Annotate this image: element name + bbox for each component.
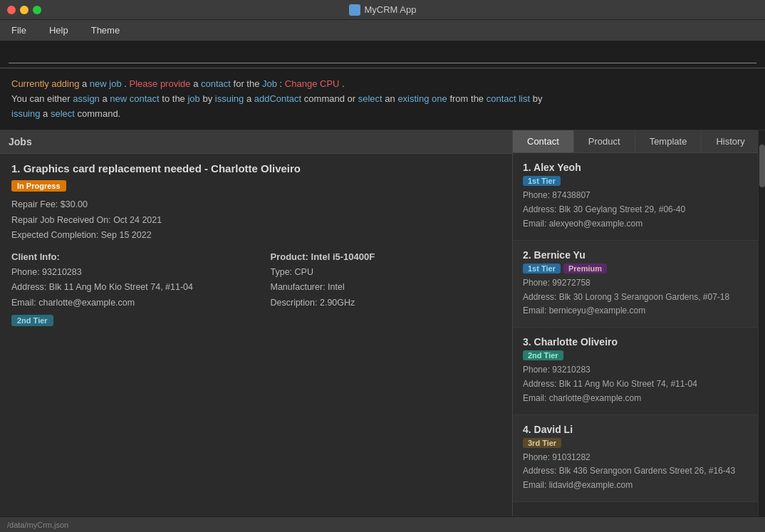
app-icon xyxy=(349,4,360,16)
contact-info-2: Phone: 99272758 Address: Blk 30 Lorong 3… xyxy=(523,276,748,318)
tab-template[interactable]: Template xyxy=(635,130,702,152)
contact-name-4: 4. David Li xyxy=(523,424,748,435)
client-tier-badge: 2nd Tier xyxy=(11,315,53,326)
minimize-button[interactable] xyxy=(20,6,28,14)
status-text: /data/myCrm.json xyxy=(7,521,68,529)
info-line2: You can either assign a new contact to t… xyxy=(11,92,754,107)
window-controls[interactable] xyxy=(7,6,41,14)
title-label: MyCRM App xyxy=(365,4,417,15)
job-title: 1. Graphics card replacement needed - Ch… xyxy=(11,162,501,174)
contacts-panel: Contact Product Template History 1. Alex… xyxy=(513,130,758,516)
contact-card-3[interactable]: 3. Charlotte Oliveiro 2nd Tier Phone: 93… xyxy=(513,328,758,414)
job-meta: Repair Fee: $30.00 Repair Job Received O… xyxy=(11,197,501,243)
window-title: MyCRM App xyxy=(349,4,417,16)
product-values: Type: CPU Manufacturer: Intel Descriptio… xyxy=(271,265,501,311)
product-info-section: Product: Intel i5-10400F Type: CPU Manuf… xyxy=(271,251,501,332)
tab-product[interactable]: Product xyxy=(574,130,635,152)
status-bar: /data/myCrm.json xyxy=(0,516,765,532)
close-button[interactable] xyxy=(7,6,16,14)
maximize-button[interactable] xyxy=(33,6,41,14)
badge-1st-tier: 1st Tier xyxy=(523,176,561,186)
client-label: Client Info: xyxy=(11,251,242,262)
contact-name-1: 1. Alex Yeoh xyxy=(523,162,748,173)
job-card: 1. Graphics card replacement needed - Ch… xyxy=(0,154,512,340)
menu-theme[interactable]: Theme xyxy=(85,22,125,38)
contact-card-4[interactable]: 4. David Li 3rd Tier Phone: 91031282 Add… xyxy=(513,415,758,502)
menu-file[interactable]: File xyxy=(6,22,32,38)
contact-badges-4: 3rd Tier xyxy=(523,438,748,448)
tab-history[interactable]: History xyxy=(702,130,758,152)
scrollbar[interactable] xyxy=(758,130,765,516)
contact-name-3: 3. Charlotte Oliveiro xyxy=(523,336,748,348)
contact-badges-2: 1st Tier Premium xyxy=(523,264,748,273)
client-info-section: Client Info: Phone: 93210283 Address: Bl… xyxy=(11,251,242,332)
contacts-tabs: Contact Product Template History xyxy=(513,130,758,153)
menu-help[interactable]: Help xyxy=(43,22,74,38)
contacts-list: 1. Alex Yeoh 1st Tier Phone: 87438807 Ad… xyxy=(513,153,758,516)
badge-2nd-tier: 2nd Tier xyxy=(523,350,563,360)
jobs-header: Jobs xyxy=(0,130,512,154)
contact-name-2: 2. Bernice Yu xyxy=(523,249,748,261)
tab-contact[interactable]: Contact xyxy=(513,130,574,152)
job-status-badge: In Progress xyxy=(11,180,66,192)
jobs-panel: Jobs 1. Graphics card replacement needed… xyxy=(0,130,513,516)
badge-1st-tier-b: 1st Tier xyxy=(523,264,561,273)
info-message: Currently adding a new job . Please prov… xyxy=(0,68,765,130)
job-details: Client Info: Phone: 93210283 Address: Bl… xyxy=(11,251,501,332)
info-line1: Currently adding a new job . Please prov… xyxy=(11,77,754,92)
contact-card-1[interactable]: 1. Alex Yeoh 1st Tier Phone: 87438807 Ad… xyxy=(513,153,758,240)
product-label: Product: Intel i5-10400F xyxy=(271,251,501,262)
client-values: Phone: 93210283 Address: Blk 11 Ang Mo K… xyxy=(11,265,242,311)
main-content: Jobs 1. Graphics card replacement needed… xyxy=(0,130,765,516)
menu-bar: File Help Theme xyxy=(0,20,765,41)
contact-badges-3: 2nd Tier xyxy=(523,350,748,360)
contact-badges-1: 1st Tier xyxy=(523,176,748,186)
badge-premium: Premium xyxy=(563,264,607,273)
badge-3rd-tier: 3rd Tier xyxy=(523,438,561,448)
contact-info-1: Phone: 87438807 Address: Blk 30 Geylang … xyxy=(523,189,748,231)
contact-info-3: Phone: 93210283 Address: Blk 11 Ang Mo K… xyxy=(523,363,748,405)
search-bar xyxy=(0,41,765,68)
contact-card-2[interactable]: 2. Bernice Yu 1st Tier Premium Phone: 99… xyxy=(513,241,758,328)
title-bar: MyCRM App xyxy=(0,0,765,20)
command-input[interactable] xyxy=(9,46,756,63)
contact-info-4: Phone: 91031282 Address: Blk 436 Serango… xyxy=(523,451,748,493)
scrollbar-thumb[interactable] xyxy=(759,145,765,187)
info-line3: issuing a select command. xyxy=(11,107,754,122)
